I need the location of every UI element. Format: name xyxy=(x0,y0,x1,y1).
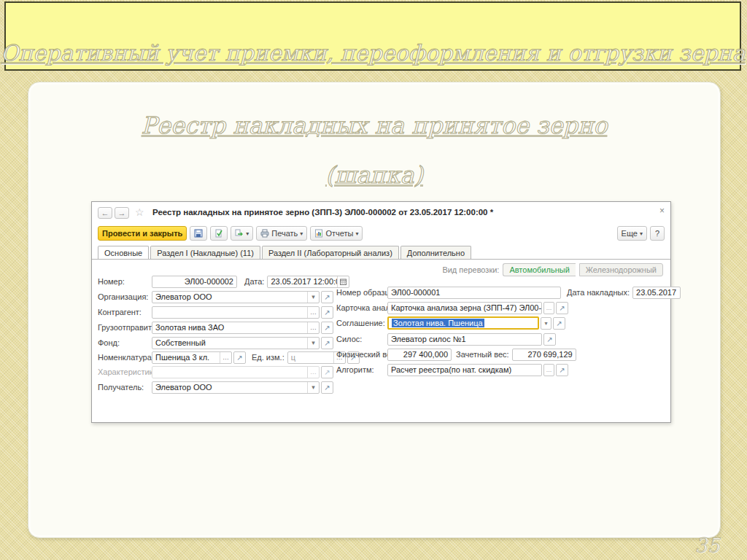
fund-input[interactable]: Собственный ▾ xyxy=(152,337,320,349)
silo-open-button[interactable]: ↗ xyxy=(543,333,556,346)
row-characteristic: Характеристика: … ↗ xyxy=(98,365,333,378)
favorite-star-icon[interactable]: ☆ xyxy=(135,206,144,218)
analysis-card-label: Карточка анализа: xyxy=(336,303,387,312)
credited-weight-label: Зачетный вес: xyxy=(456,350,509,359)
row-algorithm: Алгоритм: Расчет реестра(по нат. скидкам… xyxy=(336,363,568,376)
credited-weight-input[interactable]: 270 699,129 xyxy=(512,349,576,361)
shipper-label: Грузоотправитель: xyxy=(98,323,152,332)
choose-icon[interactable]: … xyxy=(543,302,554,314)
toolbar: Провести и закрыть ▾ Печать ▾ xyxy=(98,225,665,241)
choose-icon[interactable]: … xyxy=(307,307,319,318)
dropdown-icon[interactable]: ▾ xyxy=(541,317,551,330)
row-silo: Силос: Элеватор силос №1 ↗ xyxy=(336,332,556,346)
shipper-value: Золотая нива ЗАО xyxy=(152,323,307,332)
nomenclature-open-button[interactable]: ↗ xyxy=(233,351,246,364)
shipper-open-button[interactable]: ↗ xyxy=(321,322,333,334)
reports-button[interactable]: Отчеты ▾ xyxy=(310,226,363,241)
post-and-close-button[interactable]: Провести и закрыть xyxy=(98,226,187,241)
shipper-input[interactable]: Золотая нива ЗАО … xyxy=(152,322,320,334)
silo-input[interactable]: Элеватор силос №1 xyxy=(387,333,542,346)
print-button[interactable]: Печать ▾ xyxy=(256,226,307,241)
fund-open-button[interactable]: ↗ xyxy=(321,337,333,349)
characteristic-open-button[interactable]: ↗ xyxy=(321,366,333,378)
receiver-value: Элеватор ООО xyxy=(152,383,307,392)
report-icon xyxy=(314,229,323,238)
slide-title: Оперативный учет приемки, переоформления… xyxy=(1,40,746,66)
silo-label: Силос: xyxy=(336,335,387,343)
counterparty-open-button[interactable]: ↗ xyxy=(321,306,333,319)
row-agreement: Соглашение: Золотая нива. Пшеница ▾ ↗ xyxy=(336,316,565,330)
create-based-on-button[interactable]: ▾ xyxy=(231,226,253,241)
dropdown-icon[interactable]: ▾ xyxy=(307,382,319,393)
slide-header-band: Оперативный учет приемки, переоформления… xyxy=(4,1,741,71)
tab-main[interactable]: Основные xyxy=(98,246,149,260)
characteristic-input[interactable]: … xyxy=(152,366,320,378)
row-sample-number: Номер образца: ЭЛ00-000001 Дата накладны… xyxy=(336,286,681,299)
invoices-date-input[interactable]: 23.05.2017 xyxy=(632,287,681,299)
receiver-open-button[interactable]: ↗ xyxy=(321,381,333,394)
reports-label: Отчеты xyxy=(325,229,353,238)
choose-icon[interactable]: … xyxy=(220,352,231,363)
row-organization: Организация: Элеватор ООО ▾ ↗ xyxy=(98,290,333,303)
post-document-button[interactable] xyxy=(210,226,228,241)
counterparty-input[interactable]: … xyxy=(152,306,320,319)
transport-auto-toggle[interactable]: Автомобильный xyxy=(503,263,575,276)
invoices-date-value: 23.05.2017 xyxy=(633,288,680,297)
sample-number-input[interactable]: ЭЛ00-000001 xyxy=(387,287,561,299)
row-fund: Фонд: Собственный ▾ ↗ xyxy=(98,336,333,349)
number-input[interactable]: ЭЛ00-000002 xyxy=(152,276,237,288)
analysis-card-open-button[interactable]: ↗ xyxy=(556,302,568,314)
agreement-open-button[interactable]: ↗ xyxy=(553,317,565,330)
choose-icon[interactable]: … xyxy=(543,364,554,376)
credited-weight-value: 270 699,129 xyxy=(513,350,576,359)
silo-value: Элеватор силос №1 xyxy=(388,335,541,343)
row-receiver: Получатель: Элеватор ООО ▾ ↗ xyxy=(98,381,333,394)
unit-value: ц xyxy=(288,353,333,362)
more-button[interactable]: Еще ▾ xyxy=(617,226,647,241)
algorithm-input[interactable]: Расчет реестра(по нат. скидкам) xyxy=(387,364,542,376)
tab-section2-lab-analysis[interactable]: Раздел II (Лабораторный анализ) xyxy=(262,246,399,260)
transport-kind-label: Вид перевозки: xyxy=(442,265,499,274)
choose-icon[interactable]: … xyxy=(307,322,319,333)
close-button[interactable]: × xyxy=(659,206,665,216)
number-value: ЭЛ00-000002 xyxy=(152,277,236,286)
dropdown-icon[interactable]: ▾ xyxy=(307,338,319,349)
row-counterparty: Контрагент: … ↗ xyxy=(98,306,333,319)
help-button[interactable]: ? xyxy=(650,226,665,241)
agreement-value: Золотая нива. Пшеница xyxy=(392,319,484,327)
sample-number-label: Номер образца: xyxy=(336,288,387,297)
receiver-input[interactable]: Элеватор ООО ▾ xyxy=(152,381,320,394)
save-icon xyxy=(194,229,203,238)
forward-button[interactable]: → xyxy=(115,207,129,219)
row-analysis-card: Карточка анализа: Карточка анализа зерна… xyxy=(336,301,568,314)
back-icon: ← xyxy=(101,209,109,217)
date-label: Дата: xyxy=(244,277,264,286)
characteristic-label: Характеристика: xyxy=(98,368,152,376)
number-label: Номер: xyxy=(98,277,152,286)
physical-weight-input[interactable]: 297 400,000 xyxy=(387,349,452,361)
transport-rail-toggle[interactable]: Железнодорожный xyxy=(579,263,663,276)
more-label: Еще xyxy=(622,229,638,238)
agreement-input[interactable]: Золотая нива. Пшеница xyxy=(387,316,539,330)
analysis-card-value: Карточка анализа зерна (ЗПП-47) ЭЛ00-000… xyxy=(388,303,541,312)
nomenclature-label: Номенклатура: xyxy=(98,353,152,362)
analysis-card-input[interactable]: Карточка анализа зерна (ЗПП-47) ЭЛ00-000… xyxy=(387,302,542,314)
tab-section1-invoices[interactable]: Раздел I (Накладные) (11) xyxy=(150,246,260,260)
post-document-icon xyxy=(214,229,223,238)
organization-input[interactable]: Элеватор ООО ▾ xyxy=(152,291,320,303)
organization-open-button[interactable]: ↗ xyxy=(321,291,333,303)
nomenclature-input[interactable]: Пшеница 3 кл. … xyxy=(152,351,232,364)
organization-label: Организация: xyxy=(98,292,152,301)
dropdown-icon[interactable]: ▾ xyxy=(307,292,319,303)
physical-weight-label: Физический вес: xyxy=(336,350,387,359)
algorithm-open-button[interactable]: ↗ xyxy=(556,364,568,376)
back-button[interactable]: ← xyxy=(98,207,112,219)
invoices-date-label: Дата накладных: xyxy=(567,288,630,297)
slide: { "slide": { "title": "Оперативный учет … xyxy=(0,0,747,560)
choose-icon[interactable]: … xyxy=(307,367,319,378)
save-button[interactable] xyxy=(190,226,207,241)
date-value: 23.05.2017 12:00:00 xyxy=(268,277,337,286)
document-window: ← → ☆ Реестр накладных на принятое зерно… xyxy=(91,201,671,423)
forward-icon: → xyxy=(118,209,126,217)
tab-additional[interactable]: Дополнительно xyxy=(400,246,471,260)
